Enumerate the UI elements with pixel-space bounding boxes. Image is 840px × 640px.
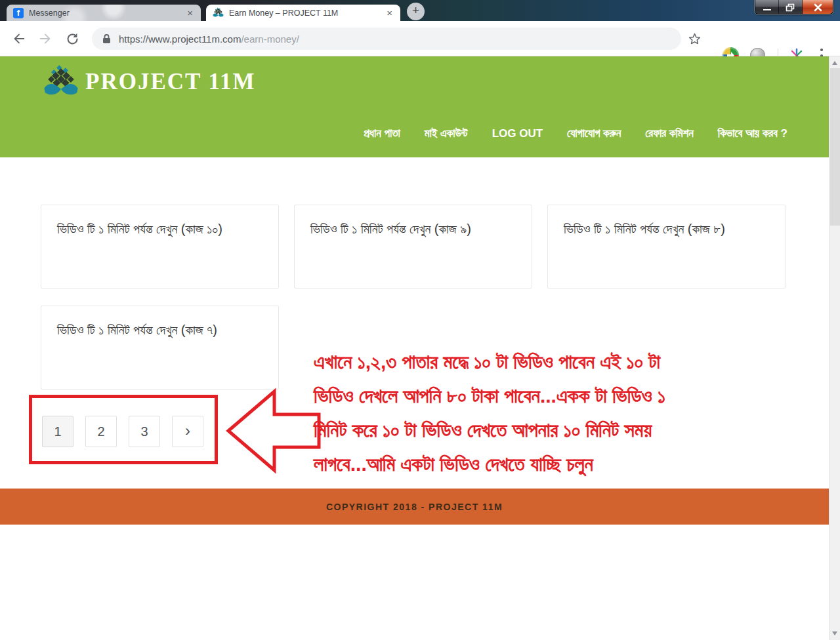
browser-toolbar: https://www.project11m.com/earn-money/ (0, 21, 840, 56)
logo-hands-icon (43, 64, 79, 100)
address-bar[interactable]: https://www.project11m.com/earn-money/ (92, 28, 681, 50)
annotation-line: মিনিট করে ১০ টা ভিডিও দেখতে আপনার ১০ মিন… (314, 413, 799, 447)
main-navigation: প্রধান পাতা মাই একাউন্ট LOG OUT যোগাযোগ … (364, 127, 788, 140)
back-icon (12, 31, 26, 46)
card-title: ভিডিও টি ১ মিনিট পর্যন্ত দেখুন (কাজ ৭) (57, 319, 262, 341)
annotation-line: লাগবে...আমি একটা ভিডিও দেখতে যাচ্ছি চলুন (314, 447, 799, 481)
bookmark-star-button[interactable] (686, 30, 703, 47)
annotation-text: এখানে ১,২,৩ পাতার মদ্ধে ১০ টা ভিডিও পাবে… (314, 345, 799, 481)
tab-title: Earn Money – PROJECT 11M (229, 9, 380, 18)
tab-title: Messenger (29, 9, 180, 18)
url-text: https://www.project11m.com/earn-money/ (119, 33, 299, 45)
tab-close-icon[interactable]: × (385, 8, 394, 18)
video-task-card[interactable]: ভিডিও টি ১ মিনিট পর্যন্ত দেখুন (কাজ ৮) (547, 205, 786, 289)
window-controls (755, 0, 833, 14)
tab-close-icon[interactable]: × (186, 8, 194, 18)
nav-refer-commission[interactable]: রেফার কমিশন (645, 127, 693, 140)
project11m-favicon (213, 7, 224, 18)
minimize-icon (763, 9, 771, 10)
tab-earn-money[interactable]: Earn Money – PROJECT 11M × (206, 5, 400, 21)
star-icon (688, 32, 702, 46)
browser-window: f Messenger × Earn Money – PROJECT 11M ×… (0, 0, 840, 640)
title-bar: f Messenger × Earn Money – PROJECT 11M ×… (0, 0, 840, 21)
facebook-icon: f (13, 8, 24, 18)
tab-messenger[interactable]: f Messenger × (7, 5, 201, 21)
nav-home[interactable]: প্রধান পাতা (364, 127, 400, 140)
lock-icon (102, 33, 111, 44)
nav-how-to-earn[interactable]: কিভাবে আয় করব ? (718, 127, 788, 140)
page-scrollbar[interactable] (829, 56, 840, 640)
page-viewport: PROJECT 11M প্রধান পাতা মাই একাউন্ট LOG … (0, 56, 840, 640)
site-title: PROJECT 11M (85, 69, 256, 95)
site-footer: COPYRIGHT 2018 - PROJECT 11M (0, 489, 829, 525)
forward-icon (38, 31, 52, 46)
site-header: PROJECT 11M প্রধান পাতা মাই একাউন্ট LOG … (0, 56, 829, 157)
video-task-card[interactable]: ভিডিও টি ১ মিনিট পর্যন্ত দেখুন (কাজ ৯) (294, 205, 532, 289)
minimize-button[interactable] (755, 0, 779, 14)
copyright-text: COPYRIGHT 2018 - PROJECT 11M (326, 502, 503, 512)
site-logo[interactable]: PROJECT 11M (43, 64, 256, 100)
url-path: /earn-money/ (241, 33, 299, 45)
back-button[interactable] (10, 30, 28, 47)
new-tab-button[interactable]: + (407, 3, 425, 20)
video-task-card[interactable]: ভিডিও টি ১ মিনিট পর্যন্ত দেখুন (কাজ ৭) (41, 306, 279, 390)
card-title: ভিডিও টি ১ মিনিট পর্যন্ত দেখুন (কাজ ১০) (57, 218, 262, 240)
forward-button[interactable] (37, 30, 54, 47)
scrollbar-thumb[interactable] (830, 68, 840, 226)
reload-icon (66, 32, 79, 46)
url-host: https://www.project11m.com (119, 33, 241, 45)
card-title: ভিডিও টি ১ মিনিট পর্যন্ত দেখুন (কাজ ৮) (564, 218, 769, 240)
close-icon (813, 3, 823, 12)
card-title: ভিডিও টি ১ মিনিট পর্যন্ত দেখুন (কাজ ৯) (310, 218, 516, 240)
annotation-line: এখানে ১,২,৩ পাতার মদ্ধে ১০ টা ভিডিও পাবে… (314, 345, 799, 379)
nav-contact[interactable]: যোগাযোগ করুন (567, 127, 621, 140)
nav-log-out[interactable]: LOG OUT (492, 127, 543, 140)
close-button[interactable] (803, 0, 833, 14)
nav-my-account[interactable]: মাই একাউন্ট (425, 127, 468, 140)
annotation-highlight-box (29, 395, 218, 464)
video-task-card[interactable]: ভিডিও টি ১ মিনিট পর্যন্ত দেখুন (কাজ ১০) (41, 205, 279, 289)
annotation-arrow-icon (223, 384, 323, 479)
annotation-line: ভিডিও দেখলে আপনি ৮০ টাকা পাবেন...একক টা … (314, 379, 799, 413)
scrollbar-up-arrow[interactable] (832, 61, 837, 65)
scrollbar-down-arrow[interactable] (832, 631, 837, 635)
restore-icon (786, 3, 795, 12)
reload-button[interactable] (64, 30, 81, 47)
restore-button[interactable] (779, 0, 803, 14)
